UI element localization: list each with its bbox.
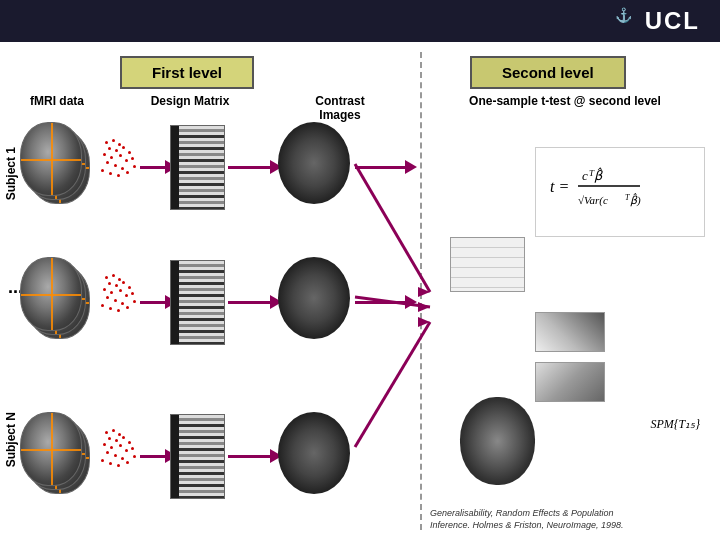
spm-result-area: SPM{T₁₅} — [535, 312, 705, 432]
ucl-text: UCL — [645, 7, 700, 34]
col-header-fmri: fMRI data — [22, 94, 92, 108]
contrast-brain-2 — [278, 257, 350, 339]
svg-line-2 — [355, 322, 430, 447]
header: ⚓ UCL — [0, 0, 720, 42]
first-level-label: First level — [152, 64, 222, 81]
formula-svg: t = c T β̂ √Var(c T β̂) — [540, 152, 700, 232]
spm-img-bottom — [535, 362, 605, 402]
footer-line2: Inference. Holmes & Friston, NeuroImage,… — [430, 519, 624, 532]
svg-marker-4 — [418, 302, 430, 312]
contrast-brain-3 — [278, 412, 350, 494]
footer-citation: Generalisability, Random Effects & Popul… — [430, 507, 624, 532]
second-level-label: Second level — [502, 64, 594, 81]
spm-img-top — [535, 312, 605, 352]
svg-text:√Var(c: √Var(c — [578, 194, 608, 207]
col-header-onesample: One-sample t-test @ second level — [440, 94, 690, 108]
row-label-subject1: Subject 1 — [4, 147, 18, 200]
svg-line-0 — [355, 164, 430, 292]
dots-cluster-3 — [100, 429, 140, 469]
design-matrix-2 — [170, 260, 225, 345]
footer-line1: Generalisability, Random Effects & Popul… — [430, 507, 624, 520]
spm-table — [450, 237, 525, 292]
dots-cluster-2 — [100, 274, 140, 314]
svg-text:β̂: β̂ — [594, 167, 604, 183]
design-matrix-3 — [170, 414, 225, 499]
converging-arrow — [350, 112, 470, 492]
row-label-subjectn: Subject N — [4, 412, 18, 467]
design-matrix-1 — [170, 125, 225, 210]
second-level-brain — [460, 397, 535, 485]
second-level-box: Second level — [470, 56, 626, 89]
arrow-to-contrast-2 — [228, 295, 282, 309]
ucl-logo: ⚓ UCL — [615, 7, 700, 35]
formula-box: t = c T β̂ √Var(c T β̂) — [535, 147, 705, 237]
svg-text:t =: t = — [550, 178, 569, 195]
spm-label: SPM{T₁₅} — [650, 417, 700, 432]
first-level-box: First level — [120, 56, 254, 89]
dots-cluster-1 — [100, 139, 140, 179]
svg-text:β̂): β̂) — [630, 193, 641, 207]
crest-icon: ⚓ — [615, 7, 634, 23]
col-header-design: Design Matrix — [150, 94, 230, 108]
arrow-to-contrast-3 — [228, 449, 282, 463]
main-content: First level Second level fMRI data Desig… — [0, 42, 720, 540]
contrast-brain-1 — [278, 122, 350, 204]
arrow-to-contrast-1 — [228, 160, 282, 174]
svg-text:c: c — [582, 168, 588, 183]
